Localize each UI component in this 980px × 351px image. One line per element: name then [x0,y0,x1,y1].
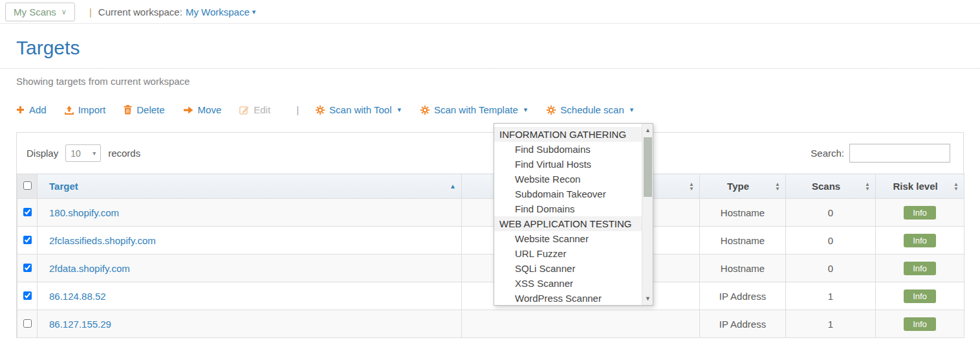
scroll-up-arrow-icon[interactable]: ▲ [642,125,653,135]
records-per-page-select[interactable]: 10 ▾ [65,144,101,162]
sort-icon: ▲▼ [775,182,780,191]
risk-badge[interactable]: Info [904,206,936,220]
schedule-scan-menu: INFORMATION GATHERING Find Subdomains Fi… [494,123,653,306]
plus-icon [16,106,25,114]
menu-item-website-scanner[interactable]: Website Scanner [494,231,642,246]
menu-item-url-fuzzer[interactable]: URL Fuzzer [494,246,642,261]
scans-column-header[interactable]: Scans ▲▼ [786,174,876,199]
row-checkbox[interactable] [23,319,32,328]
menu-item-website-recon[interactable]: Website Recon [494,172,642,187]
menu-item-wordpress-scanner[interactable]: WordPress Scanner [494,291,642,305]
page-subtitle: Showing targets from current workspace [0,69,980,87]
edit-label: Edit [254,104,270,115]
scroll-down-arrow-icon[interactable]: ▼ [642,293,653,304]
move-label: Move [198,104,222,115]
records-per-page-value: 10 [71,148,81,159]
row-checkbox[interactable] [23,236,32,244]
caret-down-icon: ▾ [252,8,256,16]
risk-level-column-header[interactable]: Risk level ▲▼ [876,174,964,199]
table-row: 86.124.88.52 IP Address 1 Info [17,282,964,310]
menu-section-information-gathering: INFORMATION GATHERING [494,127,642,142]
sort-ascending-icon: ▲ [450,183,456,190]
gear-icon [420,106,430,115]
scans-cell: 0 [786,255,876,282]
toolbar-divider: | [296,104,299,115]
chevron-down-icon: ∨ [61,8,67,16]
target-link[interactable]: 2fclassifieds.shopify.com [49,235,156,246]
gear-icon [316,106,325,115]
scans-cell: 0 [786,227,876,255]
add-label: Add [29,104,47,115]
import-button[interactable]: Import [65,104,106,115]
menu-scrollbar[interactable]: ▲ ▼ [642,124,653,305]
my-scans-dropdown-button[interactable]: My Scans ∨ [5,3,75,21]
target-link[interactable]: 86.127.155.29 [49,319,111,330]
caret-down-icon: ▾ [524,106,528,114]
import-label: Import [78,104,106,115]
table-row: 2fclassifieds.shopify.com Hostname 0 Inf… [17,227,964,255]
menu-item-find-domains[interactable]: Find Domains [494,201,642,216]
type-header-label: Type [727,181,749,192]
risk-badge[interactable]: Info [904,234,936,247]
search-label: Search: [811,148,844,159]
risk-badge[interactable]: Info [904,262,936,275]
sort-icon: ▲▼ [953,182,959,191]
row-checkbox[interactable] [23,291,32,300]
delete-button[interactable]: Delete [124,104,164,115]
scrollbar-thumb[interactable] [644,137,652,197]
move-button[interactable]: Move [183,104,222,115]
gear-icon [547,106,556,115]
type-column-header[interactable]: Type ▲▼ [700,174,786,199]
actions-toolbar: Add Import Delete Move Edit | Scan with … [16,104,980,115]
pencil-icon [239,105,249,115]
scans-cell: 1 [786,310,876,338]
top-bar: My Scans ∨ | Current workspace: My Works… [0,0,980,24]
target-link[interactable]: 180.shopify.com [49,207,119,218]
table-row: 86.127.155.29 IP Address 1 Info [17,310,964,338]
type-cell: Hostname [700,255,786,282]
delete-label: Delete [136,104,164,115]
scan-with-tool-label: Scan with Tool [329,104,391,115]
table-row: 180.shopify.com Hostname 0 Info [17,199,964,227]
menu-item-xss-scanner[interactable]: XSS Scanner [494,276,642,291]
target-column-header[interactable]: Target ▲ [38,174,462,199]
caret-down-icon: ▾ [397,106,401,114]
risk-badge[interactable]: Info [904,317,936,331]
scan-with-tool-dropdown[interactable]: Scan with Tool ▾ [316,104,401,115]
scan-with-template-dropdown[interactable]: Scan with Template ▾ [420,104,527,115]
display-label: Display [27,148,58,159]
add-button[interactable]: Add [16,104,47,115]
caret-down-icon: ▾ [93,150,96,157]
type-cell: Hostname [700,199,786,227]
risk-level-header-label: Risk level [893,181,937,192]
my-scans-label: My Scans [14,6,56,17]
title-section: Targets [0,24,980,69]
upload-icon [65,106,74,115]
search-input[interactable] [849,144,950,163]
records-label: records [108,148,140,159]
scans-header-label: Scans [812,181,840,192]
targets-table: Target ▲ ▲▼ Type ▲▼ [17,174,964,338]
menu-item-find-virtual-hosts[interactable]: Find Virtual Hosts [494,157,642,172]
type-cell: IP Address [700,310,786,338]
select-all-checkbox[interactable] [23,181,32,190]
workspace-label: Current workspace: [98,6,182,17]
workspace-name-link[interactable]: My Workspace [186,6,250,17]
scans-cell: 0 [786,199,876,227]
row-checkbox[interactable] [23,208,32,216]
target-link[interactable]: 2fdata.shopify.com [49,263,130,274]
description-cell [462,310,700,338]
scans-cell: 1 [786,282,876,310]
schedule-scan-dropdown[interactable]: Schedule scan ▾ [547,104,633,115]
target-link[interactable]: 86.124.88.52 [49,291,106,302]
menu-item-sqli-scanner[interactable]: SQLi Scanner [494,261,642,276]
schedule-scan-label: Schedule scan [560,104,624,115]
risk-badge[interactable]: Info [904,289,936,303]
row-checkbox[interactable] [23,264,32,272]
topbar-separator: | [89,6,92,17]
edit-button[interactable]: Edit [239,104,270,115]
type-cell: Hostname [700,227,786,255]
menu-section-web-application-testing: WEB APPLICATION TESTING [494,216,642,231]
menu-item-subdomain-takeover[interactable]: Subdomain Takeover [494,187,642,201]
menu-item-find-subdomains[interactable]: Find Subdomains [494,142,642,157]
